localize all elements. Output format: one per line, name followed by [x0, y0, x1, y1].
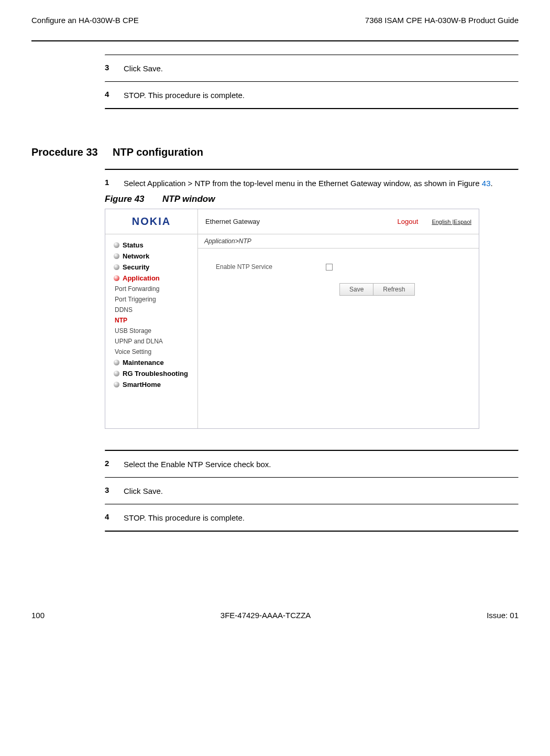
sidebar-item-security[interactable]: Security	[105, 262, 197, 273]
rule	[105, 81, 519, 82]
sidebar-item-label: USB Storage	[115, 327, 151, 334]
refresh-button[interactable]: Refresh	[373, 283, 415, 296]
sidebar-item-application[interactable]: Application	[105, 273, 197, 284]
step-number: 4	[105, 90, 124, 101]
sidebar-item-network[interactable]: Network	[105, 251, 197, 262]
bullet-icon	[114, 275, 119, 281]
step-number: 3	[105, 485, 124, 496]
sidebar-item-usb-storage[interactable]: USB Storage	[105, 326, 197, 336]
sidebar-item-label: UPNP and DLNA	[115, 338, 163, 345]
figure-title: NTP window	[162, 194, 215, 204]
sidebar-item-port-forwarding[interactable]: Port Forwarding	[105, 284, 197, 294]
rule	[105, 531, 519, 532]
rule	[105, 504, 519, 505]
step-text: Select the Enable NTP Service check box.	[124, 459, 271, 470]
sidebar-item-maintenance[interactable]: Maintenance	[105, 357, 197, 368]
rule	[105, 55, 519, 56]
step-number: 3	[105, 63, 124, 74]
bullet-icon	[114, 242, 119, 248]
sidebar-item-label: Application	[123, 274, 160, 282]
doc-number: 3FE-47429-AAAA-TCZZA	[221, 611, 311, 620]
issue-number: Issue: 01	[487, 611, 519, 620]
sidebar-item-label: DDNS	[115, 306, 133, 314]
step-text: STOP. This procedure is complete.	[124, 512, 245, 523]
step-text-part: Select Application > NTP from the top-le…	[124, 179, 482, 188]
logout-link[interactable]: Logout	[398, 218, 419, 225]
step-number: 2	[105, 459, 124, 470]
sidebar-item-label: Voice Setting	[115, 348, 151, 355]
bullet-icon	[114, 382, 119, 387]
sidebar-item-label: Port Forwarding	[115, 285, 159, 293]
rule	[105, 169, 519, 170]
step-text-part: .	[491, 179, 493, 188]
rule	[105, 108, 519, 110]
rule	[31, 40, 519, 41]
save-button[interactable]: Save	[339, 283, 373, 296]
logo-cell: NOKIA	[105, 209, 198, 234]
rule	[105, 477, 519, 478]
procedure-title: NTP configuration	[113, 146, 203, 158]
sidebar-item-label: Maintenance	[123, 359, 164, 366]
sidebar-item-label: RG Troubleshooting	[123, 370, 188, 377]
sidebar-item-label: NTP	[115, 317, 127, 324]
breadcrumb: Application>NTP	[198, 234, 479, 249]
sidebar-item-label: Network	[123, 252, 149, 260]
figure-link[interactable]: 43	[482, 179, 491, 188]
sidebar-item-upnp-dlna[interactable]: UPNP and DLNA	[105, 336, 197, 347]
header-left: Configure an HA-030W-B CPE	[31, 16, 139, 25]
sidebar-item-ddns[interactable]: DDNS	[105, 305, 197, 315]
enable-ntp-checkbox[interactable]	[326, 264, 333, 271]
figure-label: Figure 43	[105, 194, 162, 204]
sidebar-item-status[interactable]: Status	[105, 240, 197, 251]
sidebar-item-label: Port Triggering	[115, 296, 156, 303]
gateway-title: Ethernet Gateway	[205, 218, 260, 225]
step-text: Click Save.	[124, 485, 163, 496]
bullet-icon	[114, 360, 119, 365]
page-number: 100	[31, 611, 45, 620]
step-number: 1	[105, 178, 124, 189]
bullet-icon	[114, 253, 119, 259]
sidebar-item-label: Security	[123, 263, 149, 271]
bullet-icon	[114, 264, 119, 270]
nokia-logo: NOKIA	[132, 215, 171, 228]
sidebar-item-smarthome[interactable]: SmartHome	[105, 379, 197, 390]
step-number: 4	[105, 512, 124, 523]
step-text: Select Application > NTP from the top-le…	[124, 178, 493, 189]
step-text: Click Save.	[124, 63, 163, 74]
sidebar: Status Network Security Application Port…	[105, 234, 198, 428]
sidebar-item-label: Status	[123, 241, 144, 249]
language-link[interactable]: English |Espaol	[432, 219, 471, 225]
header-right: 7368 ISAM CPE HA-030W-B Product Guide	[365, 16, 519, 25]
ntp-window-screenshot: NOKIA Ethernet Gateway Logout English |E…	[105, 209, 479, 429]
enable-ntp-label: Enable NTP Service	[216, 263, 326, 271]
procedure-label: Procedure 33	[31, 146, 113, 158]
bullet-icon	[114, 371, 119, 376]
sidebar-item-rg-troubleshooting[interactable]: RG Troubleshooting	[105, 368, 197, 379]
sidebar-item-voice-setting[interactable]: Voice Setting	[105, 347, 197, 357]
sidebar-item-label: SmartHome	[123, 381, 161, 388]
sidebar-item-ntp[interactable]: NTP	[105, 315, 197, 326]
sidebar-item-port-triggering[interactable]: Port Triggering	[105, 294, 197, 305]
rule	[105, 450, 519, 451]
step-text: STOP. This procedure is complete.	[124, 90, 245, 101]
